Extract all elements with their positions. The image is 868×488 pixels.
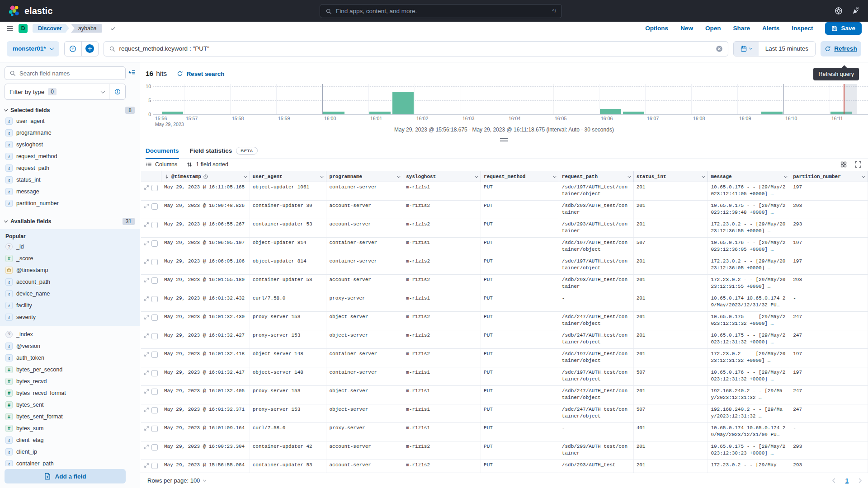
- field-item-facility[interactable]: t facility: [0, 300, 140, 311]
- histogram-bar[interactable]: [600, 109, 621, 114]
- column-header-@timestamp[interactable]: @timestamp: [161, 171, 250, 182]
- next-page-icon[interactable]: [857, 479, 862, 483]
- collapse-sidebar-icon[interactable]: [128, 69, 136, 76]
- field-item-device_name[interactable]: t device_name: [0, 288, 140, 300]
- field-item-severity[interactable]: t severity: [0, 311, 140, 323]
- field-item-client_ip[interactable]: t client_ip: [0, 446, 140, 458]
- field-item-_id[interactable]: ? _id: [0, 241, 140, 253]
- save-button[interactable]: Save: [825, 22, 862, 35]
- toolbar-action-alerts[interactable]: Alerts: [762, 25, 779, 32]
- table-row[interactable]: May 29, 2023 @ 16:01:32.430proxy-server …: [141, 312, 868, 330]
- expand-row-icon[interactable]: [144, 203, 149, 209]
- table-row[interactable]: May 29, 2023 @ 16:01:32.432curl/7.58.0pr…: [141, 293, 868, 312]
- row-checkbox[interactable]: [151, 444, 158, 450]
- clear-query-icon[interactable]: [716, 45, 723, 52]
- elastic-brand[interactable]: elastic: [8, 5, 52, 17]
- toolbar-action-inspect[interactable]: Inspect: [792, 25, 813, 32]
- available-fields-header[interactable]: Available fields 31: [0, 216, 140, 226]
- fullscreen-icon[interactable]: [854, 161, 862, 168]
- column-menu-icon[interactable]: [627, 174, 631, 178]
- expand-row-icon[interactable]: [144, 463, 149, 468]
- column-menu-icon[interactable]: [243, 174, 247, 178]
- toolbar-action-share[interactable]: Share: [733, 25, 750, 32]
- reset-search-button[interactable]: Reset search: [177, 70, 224, 77]
- rows-per-page-button[interactable]: Rows per page: 100: [147, 477, 206, 484]
- help-icon[interactable]: [835, 7, 843, 15]
- row-checkbox[interactable]: [151, 370, 158, 376]
- column-menu-icon[interactable]: [862, 174, 865, 178]
- table-density-icon[interactable]: [840, 161, 847, 168]
- histogram-chart[interactable]: 15:56May 29, 202315:5715:5815:5916:0016:…: [153, 84, 868, 130]
- table-row[interactable]: May 29, 2023 @ 16:11:05.165object-update…: [141, 182, 868, 201]
- calendar-menu-button[interactable]: [734, 42, 759, 56]
- table-row[interactable]: May 29, 2023 @ 16:00:23.304container-upd…: [141, 441, 868, 460]
- field-item-account_path[interactable]: t account_path: [0, 276, 140, 288]
- page-number[interactable]: 1: [845, 477, 849, 484]
- column-menu-icon[interactable]: [320, 174, 324, 178]
- field-item-programname[interactable]: t programname: [0, 127, 140, 139]
- row-checkbox[interactable]: [151, 185, 158, 191]
- row-checkbox[interactable]: [151, 240, 158, 247]
- field-item-@version[interactable]: t @version: [0, 340, 140, 352]
- field-item-bytes_sum[interactable]: # bytes_sum: [0, 422, 140, 434]
- table-row[interactable]: May 29, 2023 @ 16:01:32.418object-server…: [141, 349, 868, 367]
- column-menu-icon[interactable]: [784, 174, 788, 178]
- field-item-bytes_sent[interactable]: # bytes_sent: [0, 399, 140, 411]
- global-search-input[interactable]: Find apps, content, and more. ^/: [320, 4, 562, 18]
- column-header-message[interactable]: message: [708, 171, 790, 182]
- expand-row-icon[interactable]: [144, 259, 149, 264]
- field-item-request_path[interactable]: t request_path: [0, 162, 140, 174]
- tab-documents[interactable]: Documents: [146, 143, 179, 159]
- field-item-partition_number[interactable]: t partition_number: [0, 197, 140, 209]
- field-item-user_agent[interactable]: t user_agent: [0, 115, 140, 127]
- table-row[interactable]: May 29, 2023 @ 16:01:09.164curl/7.58.0pr…: [141, 423, 868, 441]
- sort-fields-button[interactable]: 1 field sorted: [186, 161, 228, 168]
- column-menu-icon[interactable]: [397, 174, 401, 178]
- expand-row-icon[interactable]: [144, 333, 149, 338]
- expand-row-icon[interactable]: [144, 426, 149, 431]
- field-item-request_method[interactable]: t request_method: [0, 150, 140, 162]
- table-row[interactable]: May 29, 2023 @ 15:56:55.084container-upd…: [141, 460, 868, 473]
- breadcrumb-discover[interactable]: Discover: [33, 24, 69, 33]
- field-item-container_path[interactable]: t container_path: [0, 458, 140, 466]
- selected-fields-header[interactable]: Selected fields 8: [0, 105, 140, 115]
- table-row[interactable]: May 29, 2023 @ 16:01:55.180container-upd…: [141, 275, 868, 293]
- field-item-_score[interactable]: # _score: [0, 253, 140, 264]
- field-item-bytes_per_second[interactable]: # bytes_per_second: [0, 364, 140, 375]
- table-row[interactable]: May 29, 2023 @ 16:09:48.826container-upd…: [141, 201, 868, 219]
- previous-page-icon[interactable]: [832, 479, 837, 483]
- field-item-sysloghost[interactable]: t sysloghost: [0, 139, 140, 150]
- expand-row-icon[interactable]: [144, 389, 149, 394]
- expand-row-icon[interactable]: [144, 222, 149, 227]
- column-header-programname[interactable]: programname: [326, 171, 403, 182]
- field-item-bytes_recvd_format[interactable]: # bytes_recvd_format: [0, 387, 140, 399]
- row-checkbox[interactable]: [151, 389, 158, 395]
- expand-row-icon[interactable]: [144, 277, 149, 283]
- data-view-picker[interactable]: monster01*: [7, 41, 59, 56]
- space-avatar[interactable]: D: [19, 24, 28, 33]
- expand-row-icon[interactable]: [144, 314, 149, 320]
- table-row[interactable]: May 29, 2023 @ 16:01:32.417object-server…: [141, 367, 868, 386]
- row-checkbox[interactable]: [151, 222, 158, 228]
- filter-menu-button[interactable]: [65, 42, 81, 56]
- row-checkbox[interactable]: [151, 463, 158, 469]
- time-range-button[interactable]: Last 15 minutes: [759, 42, 815, 56]
- table-row[interactable]: May 29, 2023 @ 16:01:32.371proxy-server …: [141, 404, 868, 423]
- row-checkbox[interactable]: [151, 259, 158, 265]
- row-checkbox[interactable]: [151, 203, 158, 210]
- toolbar-action-open[interactable]: Open: [705, 25, 721, 32]
- tab-field-statistics[interactable]: Field statistics BETA: [190, 143, 258, 159]
- column-header-status_int[interactable]: status_int: [634, 171, 708, 182]
- field-item-client_etag[interactable]: t client_etag: [0, 434, 140, 446]
- column-menu-icon[interactable]: [553, 174, 557, 178]
- expand-row-icon[interactable]: [144, 407, 149, 413]
- expand-row-icon[interactable]: [144, 185, 149, 190]
- field-item-_index[interactable]: ? _index: [0, 328, 140, 340]
- field-item-auth_token[interactable]: t auth_token: [0, 352, 140, 364]
- row-checkbox[interactable]: [151, 296, 158, 302]
- expand-row-icon[interactable]: [144, 240, 149, 246]
- row-checkbox[interactable]: [151, 333, 158, 339]
- field-info-button[interactable]: [109, 84, 125, 99]
- whats-new-icon[interactable]: [852, 7, 860, 15]
- field-search-input[interactable]: Search field names: [5, 66, 126, 80]
